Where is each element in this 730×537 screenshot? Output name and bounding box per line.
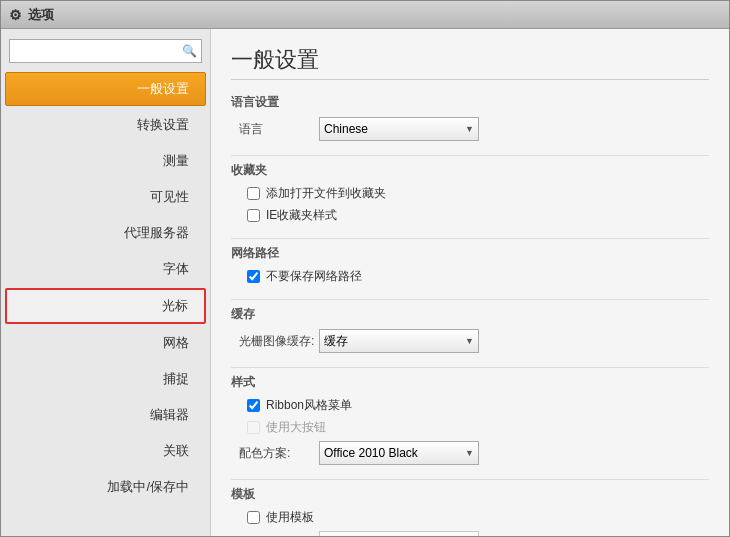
style-section: 样式 Ribbon风格菜单 使用大按钮 配色方案: Office 2010 Bl… xyxy=(231,374,709,465)
language-section: 语言设置 语言 Chinese English Japanese xyxy=(231,94,709,141)
language-select[interactable]: Chinese English Japanese xyxy=(319,117,479,141)
page-title: 一般设置 xyxy=(231,45,709,80)
ie-favorites-row: IE收藏夹样式 xyxy=(231,207,709,224)
divider-1 xyxy=(231,155,709,156)
sidebar-item-convert[interactable]: 转换设置 xyxy=(5,108,206,142)
cache-row: 光栅图像缓存: 缓存 不缓存 xyxy=(231,329,709,353)
big-button-label: 使用大按钮 xyxy=(266,419,326,436)
network-section: 网络路径 不要保存网络路径 xyxy=(231,245,709,285)
no-save-network-label: 不要保存网络路径 xyxy=(266,268,362,285)
language-row: 语言 Chinese English Japanese xyxy=(231,117,709,141)
sidebar-item-proxy[interactable]: 代理服务器 xyxy=(5,216,206,250)
sidebar-item-editor[interactable]: 编辑器 xyxy=(5,398,206,432)
big-button-row: 使用大按钮 xyxy=(231,419,709,436)
color-scheme-row: 配色方案: Office 2010 Black Office 2010 Blue… xyxy=(231,441,709,465)
ribbon-row: Ribbon风格菜单 xyxy=(231,397,709,414)
search-icon: 🔍 xyxy=(178,42,201,60)
main-window: ⚙ 选项 🔍 一般设置 转换设置 测量 可见性 代理服务器 字体 光标 网格 捕… xyxy=(0,0,730,537)
favorites-section: 收藏夹 添加打开文件到收藏夹 IE收藏夹样式 xyxy=(231,162,709,224)
color-scheme-select-wrapper: Office 2010 Black Office 2010 Blue Offic… xyxy=(319,441,479,465)
ribbon-label: Ribbon风格菜单 xyxy=(266,397,352,414)
favorites-section-title: 收藏夹 xyxy=(231,162,709,179)
sidebar: 🔍 一般设置 转换设置 测量 可见性 代理服务器 字体 光标 网格 捕捉 编辑器… xyxy=(1,29,211,536)
cache-section: 缓存 光栅图像缓存: 缓存 不缓存 xyxy=(231,306,709,353)
sidebar-item-relation[interactable]: 关联 xyxy=(5,434,206,468)
cache-select[interactable]: 缓存 不缓存 xyxy=(319,329,479,353)
color-scheme-select[interactable]: Office 2010 Black Office 2010 Blue Offic… xyxy=(319,441,479,465)
add-favorites-checkbox[interactable] xyxy=(247,187,260,200)
raster-cache-label: 光栅图像缓存: xyxy=(239,333,319,350)
search-input[interactable] xyxy=(10,42,178,60)
color-scheme-label: 配色方案: xyxy=(239,445,319,462)
no-save-network-checkbox[interactable] xyxy=(247,270,260,283)
sidebar-item-grid[interactable]: 网格 xyxy=(5,326,206,360)
add-favorites-label: 添加打开文件到收藏夹 xyxy=(266,185,386,202)
cache-section-title: 缓存 xyxy=(231,306,709,323)
template-name-row: 模板名 xyxy=(231,531,709,536)
style-section-title: 样式 xyxy=(231,374,709,391)
sidebar-item-cursor[interactable]: 光标 xyxy=(5,288,206,324)
language-select-wrapper: Chinese English Japanese xyxy=(319,117,479,141)
ie-favorites-checkbox[interactable] xyxy=(247,209,260,222)
no-save-network-row: 不要保存网络路径 xyxy=(231,268,709,285)
divider-4 xyxy=(231,367,709,368)
add-favorites-row: 添加打开文件到收藏夹 xyxy=(231,185,709,202)
cache-select-wrapper: 缓存 不缓存 xyxy=(319,329,479,353)
ribbon-checkbox[interactable] xyxy=(247,399,260,412)
template-section-title: 模板 xyxy=(231,486,709,503)
template-section: 模板 使用模板 模板名 xyxy=(231,486,709,536)
network-section-title: 网络路径 xyxy=(231,245,709,262)
use-template-checkbox[interactable] xyxy=(247,511,260,524)
window-icon: ⚙ xyxy=(9,7,22,23)
sidebar-item-measure[interactable]: 测量 xyxy=(5,144,206,178)
use-template-label: 使用模板 xyxy=(266,509,314,526)
title-bar: ⚙ 选项 xyxy=(1,1,729,29)
use-template-row: 使用模板 xyxy=(231,509,709,526)
search-box[interactable]: 🔍 xyxy=(9,39,202,63)
template-name-label: 模板名 xyxy=(239,535,319,537)
sidebar-item-visibility[interactable]: 可见性 xyxy=(5,180,206,214)
main-panel: 一般设置 语言设置 语言 Chinese English Japanese xyxy=(211,29,729,536)
content-area: 🔍 一般设置 转换设置 测量 可见性 代理服务器 字体 光标 网格 捕捉 编辑器… xyxy=(1,29,729,536)
window-title: 选项 xyxy=(28,6,54,24)
divider-5 xyxy=(231,479,709,480)
sidebar-item-general[interactable]: 一般设置 xyxy=(5,72,206,106)
language-label: 语言 xyxy=(239,121,319,138)
divider-2 xyxy=(231,238,709,239)
big-button-checkbox[interactable] xyxy=(247,421,260,434)
ie-favorites-label: IE收藏夹样式 xyxy=(266,207,337,224)
sidebar-item-capture[interactable]: 捕捉 xyxy=(5,362,206,396)
sidebar-item-font[interactable]: 字体 xyxy=(5,252,206,286)
template-name-select[interactable] xyxy=(319,531,479,536)
sidebar-item-loading[interactable]: 加载中/保存中 xyxy=(5,470,206,504)
template-name-select-wrapper xyxy=(319,531,479,536)
divider-3 xyxy=(231,299,709,300)
language-section-title: 语言设置 xyxy=(231,94,709,111)
